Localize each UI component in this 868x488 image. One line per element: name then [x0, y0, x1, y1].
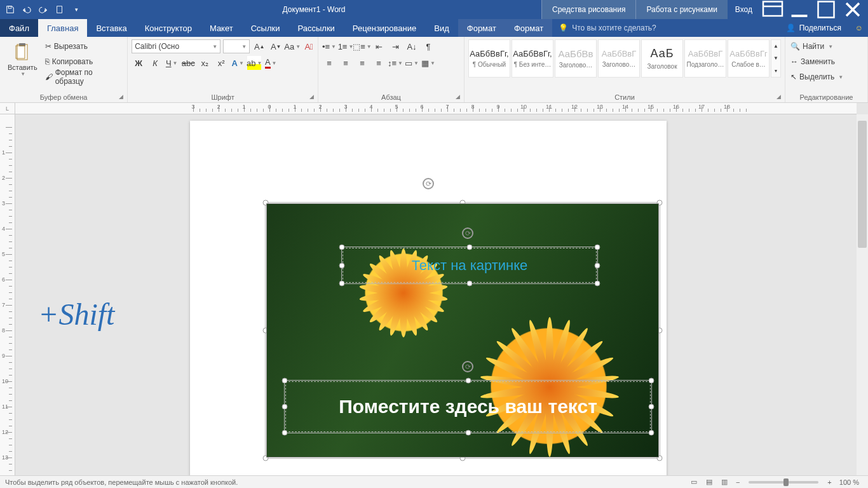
tell-me-search[interactable]: 💡 Что вы хотите сделать? [552, 19, 663, 37]
align-left-button[interactable]: ≡ [322, 56, 336, 70]
zoom-in-button[interactable]: + [824, 478, 835, 486]
style-title[interactable]: АаБЗаголовок [641, 39, 683, 78]
replace-button[interactable]: ↔Заменить [789, 55, 844, 69]
qat-customize-icon[interactable]: ▾ [69, 2, 84, 17]
tab-home[interactable]: Главная [38, 19, 87, 37]
zoom-slider-thumb[interactable] [783, 478, 789, 486]
save-icon[interactable] [3, 2, 18, 17]
style-normal[interactable]: АаБбВвГг,¶ Обычный [468, 39, 510, 78]
shading-button[interactable]: ▭▼ [405, 56, 419, 70]
superscript-button[interactable]: x² [214, 56, 228, 70]
resize-handle[interactable] [339, 245, 345, 250]
text-effects-button[interactable]: A▼ [231, 56, 245, 70]
close-icon[interactable] [840, 2, 865, 17]
tab-mailings[interactable]: Рассылки [288, 19, 343, 37]
resize-handle[interactable] [649, 404, 654, 410]
view-web-layout-icon[interactable]: ▥ [717, 477, 732, 487]
tab-format-picture[interactable]: Формат [505, 19, 552, 37]
vertical-ruler[interactable]: 1234567891011121314 [0, 114, 15, 475]
ruler-corner[interactable]: L [0, 103, 15, 114]
horizontal-ruler[interactable]: 3210123456789101112131415161718 [15, 103, 857, 114]
find-button[interactable]: 🔍Найти▼ [789, 39, 844, 53]
zoom-value[interactable]: 100 % [836, 478, 863, 486]
justify-button[interactable]: ≡ [372, 56, 386, 70]
dialog-launcher-icon[interactable]: ◢ [119, 93, 123, 100]
resize-handle[interactable] [282, 430, 288, 436]
subscript-button[interactable]: x₂ [198, 56, 212, 70]
resize-handle[interactable] [595, 281, 600, 287]
tab-format-drawing[interactable]: Формат [458, 19, 505, 37]
increase-indent-button[interactable]: ⇥ [388, 39, 402, 53]
tab-file[interactable]: Файл [0, 19, 38, 37]
new-doc-icon[interactable] [52, 2, 67, 17]
style-subtitle[interactable]: АаБбВвГПодзаголо… [684, 39, 726, 78]
style-subtle-emph[interactable]: АаБбВвГгСлабое в… [728, 39, 770, 78]
tab-view[interactable]: Вид [425, 19, 458, 37]
bold-button[interactable]: Ж [132, 56, 146, 70]
resize-handle[interactable] [339, 281, 345, 287]
sort-button[interactable]: A↓ [405, 39, 419, 53]
tab-design[interactable]: Конструктор [136, 19, 201, 37]
resize-handle[interactable] [282, 378, 288, 384]
rotate-handle-icon[interactable] [462, 227, 473, 239]
styles-gallery-expand[interactable]: ▲▼▾ [771, 39, 781, 78]
font-size-combo[interactable]: ▼ [223, 39, 250, 53]
font-name-combo[interactable]: Calibri (Осно▼ [132, 39, 220, 53]
italic-button[interactable]: К [148, 56, 162, 70]
ribbon-display-icon[interactable] [760, 2, 785, 17]
resize-handle[interactable] [595, 245, 600, 250]
textbox-selection-frame[interactable] [341, 247, 598, 284]
strike-button[interactable]: abc [181, 56, 195, 70]
undo-icon[interactable] [19, 2, 34, 17]
paste-button[interactable]: Вставить ▼ [4, 39, 41, 79]
rotate-handle-icon[interactable] [423, 178, 434, 189]
styles-gallery[interactable]: АаБбВвГг,¶ Обычный АаБбВвГг,¶ Без инте… … [468, 39, 781, 78]
resize-handle[interactable] [595, 262, 600, 268]
vertical-scrollbar[interactable] [857, 114, 868, 475]
dialog-launcher-icon[interactable]: ◢ [776, 93, 781, 100]
change-case-button[interactable]: Aa▼ [285, 39, 299, 53]
page[interactable]: Текст на картинке Поместите здесь ваш те… [190, 121, 667, 475]
dialog-launcher-icon[interactable]: ◢ [456, 93, 460, 100]
resize-handle[interactable] [467, 281, 473, 287]
copy-button[interactable]: ⎘Копировать [44, 55, 124, 69]
tab-insert[interactable]: Вставка [87, 19, 135, 37]
align-right-button[interactable]: ≡ [355, 56, 369, 70]
share-button[interactable]: 👤 Поделиться [777, 19, 850, 37]
style-heading2[interactable]: АаБбВвГЗаголово… [598, 39, 640, 78]
scrollbar-thumb[interactable] [858, 121, 867, 248]
tab-layout[interactable]: Макет [201, 19, 242, 37]
resize-handle[interactable] [465, 430, 471, 436]
style-no-spacing[interactable]: АаБбВвГг,¶ Без инте… [512, 39, 553, 78]
format-painter-button[interactable]: 🖌Формат по образцу [44, 70, 124, 84]
decrease-indent-button[interactable]: ⇤ [372, 39, 386, 53]
borders-button[interactable]: ▦▼ [421, 56, 435, 70]
sign-in-link[interactable]: Вход [728, 5, 760, 14]
multilevel-list-button[interactable]: ⬚≡▼ [355, 39, 369, 53]
clear-formatting-button[interactable]: A⃠ [302, 39, 316, 53]
resize-handle[interactable] [649, 430, 654, 436]
show-marks-button[interactable]: ¶ [421, 39, 435, 53]
minimize-icon[interactable] [787, 2, 812, 17]
zoom-slider[interactable] [749, 481, 818, 484]
shrink-font-button[interactable]: A▼ [269, 39, 283, 53]
grow-font-button[interactable]: A▲ [252, 39, 266, 53]
highlight-button[interactable]: ab▼ [247, 56, 261, 70]
align-center-button[interactable]: ≡ [339, 56, 353, 70]
bullets-button[interactable]: •≡▼ [322, 39, 336, 53]
textbox-selection-frame[interactable] [284, 380, 652, 433]
view-print-layout-icon[interactable]: ▤ [702, 477, 717, 487]
underline-button[interactable]: Ч▼ [165, 56, 179, 70]
style-heading1[interactable]: АаБбВвЗаголово… [555, 39, 597, 78]
resize-handle[interactable] [465, 378, 471, 384]
tab-review[interactable]: Рецензирование [344, 19, 425, 37]
dialog-launcher-icon[interactable]: ◢ [309, 93, 314, 100]
resize-handle[interactable] [467, 245, 473, 250]
maximize-icon[interactable] [813, 2, 839, 17]
line-spacing-button[interactable]: ↕≡▼ [388, 56, 402, 70]
rotate-handle-icon[interactable] [462, 361, 473, 372]
zoom-out-button[interactable]: − [732, 478, 743, 486]
resize-handle[interactable] [649, 378, 654, 384]
numbering-button[interactable]: 1≡▼ [339, 39, 353, 53]
tab-references[interactable]: Ссылки [242, 19, 289, 37]
